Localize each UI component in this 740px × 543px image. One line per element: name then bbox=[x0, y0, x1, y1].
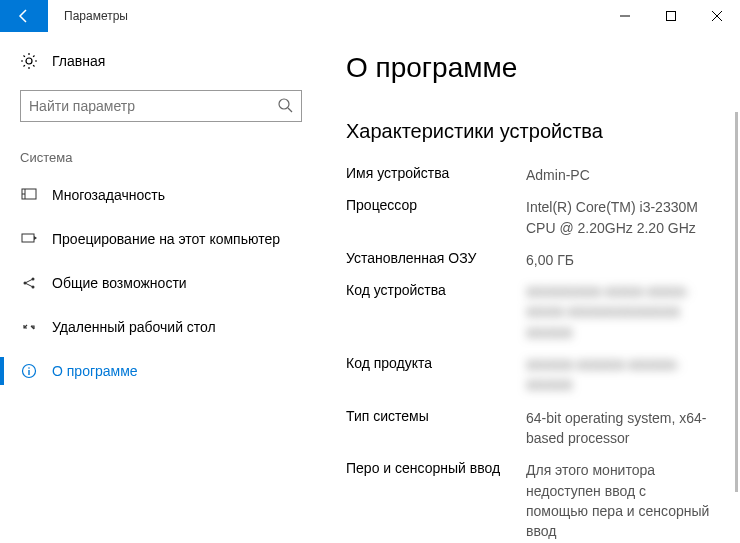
spec-row-processor: Процессор Intel(R) Core(TM) i3-2330M CPU… bbox=[346, 197, 710, 238]
spec-row-system-type: Тип системы 64-bit operating system, x64… bbox=[346, 408, 710, 449]
spec-row-pen-touch: Перо и сенсорный ввод Для этого монитора… bbox=[346, 460, 710, 541]
page-title: О программе bbox=[346, 52, 710, 84]
spec-label: Процессор bbox=[346, 197, 526, 238]
svg-rect-0 bbox=[667, 12, 676, 21]
search-icon bbox=[277, 97, 293, 116]
info-icon bbox=[20, 362, 38, 380]
main-content: О программе Характеристики устройства Им… bbox=[316, 32, 740, 543]
spec-label: Код устройства bbox=[346, 282, 526, 343]
nav-label: Общие возможности bbox=[52, 275, 187, 291]
minimize-icon bbox=[620, 11, 630, 21]
svg-point-2 bbox=[279, 99, 289, 109]
spec-row-device-id: Код устройства XXXXXXXX-XXXX-XXXX-XXXX-X… bbox=[346, 282, 710, 343]
maximize-icon bbox=[666, 11, 676, 21]
svg-point-9 bbox=[28, 367, 30, 369]
maximize-button[interactable] bbox=[648, 0, 694, 32]
svg-rect-4 bbox=[22, 234, 34, 242]
section-label: Система bbox=[20, 150, 316, 165]
nav-item-multitasking[interactable]: Многозадачность bbox=[0, 173, 316, 217]
window-controls bbox=[602, 0, 740, 32]
search-box[interactable] bbox=[20, 90, 302, 122]
spec-label: Установленная ОЗУ bbox=[346, 250, 526, 270]
spec-row-device-name: Имя устройства Admin-PC bbox=[346, 165, 710, 185]
spec-value: Для этого монитора недоступен ввод с пом… bbox=[526, 460, 710, 541]
remote-desktop-icon bbox=[20, 318, 38, 336]
window-title: Параметры bbox=[64, 9, 128, 23]
scrollbar[interactable] bbox=[735, 112, 738, 492]
spec-label: Имя устройства bbox=[346, 165, 526, 185]
projecting-icon bbox=[20, 230, 38, 248]
section-title: Характеристики устройства bbox=[346, 120, 710, 143]
back-button[interactable] bbox=[0, 0, 48, 32]
spec-label: Перо и сенсорный ввод bbox=[346, 460, 526, 541]
nav-item-projecting[interactable]: Проецирование на этот компьютер bbox=[0, 217, 316, 261]
close-button[interactable] bbox=[694, 0, 740, 32]
spec-row-ram: Установленная ОЗУ 6,00 ГБ bbox=[346, 250, 710, 270]
nav-label: Проецирование на этот компьютер bbox=[52, 231, 280, 247]
sidebar: Главная Система Многозадачность Проециро… bbox=[0, 32, 316, 543]
nav-item-about[interactable]: О программе bbox=[0, 349, 316, 393]
close-icon bbox=[712, 11, 722, 21]
nav-label: Многозадачность bbox=[52, 187, 165, 203]
spec-value: Admin-PC bbox=[526, 165, 590, 185]
minimize-button[interactable] bbox=[602, 0, 648, 32]
spec-value-redacted: XXXXXXXX-XXXX-XXXX-XXXX-XXXXXXXXXXXX XXX… bbox=[526, 282, 710, 343]
spec-value: 6,00 ГБ bbox=[526, 250, 574, 270]
search-input[interactable] bbox=[29, 98, 277, 114]
arrow-left-icon bbox=[16, 8, 32, 24]
shared-icon bbox=[20, 274, 38, 292]
titlebar: Параметры bbox=[0, 0, 740, 32]
spec-value: 64-bit operating system, x64-based proce… bbox=[526, 408, 710, 449]
home-link[interactable]: Главная bbox=[20, 52, 316, 70]
spec-label: Код продукта bbox=[346, 355, 526, 396]
multitasking-icon bbox=[20, 186, 38, 204]
svg-point-1 bbox=[26, 58, 32, 64]
nav-item-shared[interactable]: Общие возможности bbox=[0, 261, 316, 305]
spec-label: Тип системы bbox=[346, 408, 526, 449]
spec-value-redacted: XXXXX-XXXXX-XXXXX-XXXXX bbox=[526, 355, 710, 396]
nav-list: Многозадачность Проецирование на этот ко… bbox=[20, 173, 316, 393]
home-label: Главная bbox=[52, 53, 105, 69]
spec-row-product-id: Код продукта XXXXX-XXXXX-XXXXX-XXXXX bbox=[346, 355, 710, 396]
nav-item-remote-desktop[interactable]: Удаленный рабочий стол bbox=[0, 305, 316, 349]
nav-label: О программе bbox=[52, 363, 138, 379]
gear-icon bbox=[20, 52, 38, 70]
spec-value: Intel(R) Core(TM) i3-2330M CPU @ 2.20GHz… bbox=[526, 197, 710, 238]
nav-label: Удаленный рабочий стол bbox=[52, 319, 216, 335]
